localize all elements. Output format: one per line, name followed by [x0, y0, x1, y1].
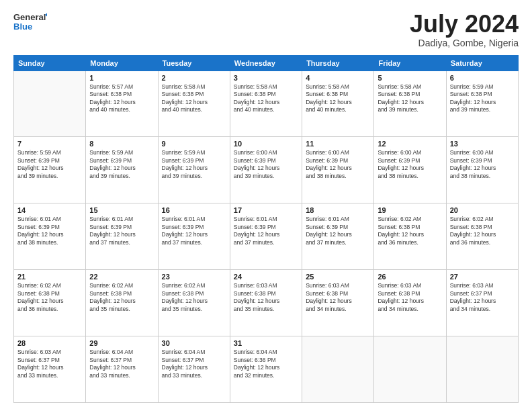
- calendar-cell: 30Sunrise: 6:04 AM Sunset: 6:37 PM Dayli…: [158, 336, 230, 403]
- day-number: 30: [162, 339, 226, 347]
- calendar-cell: 4Sunrise: 5:58 AM Sunset: 6:38 PM Daylig…: [302, 71, 374, 137]
- day-info: Sunrise: 5:58 AM Sunset: 6:38 PM Dayligh…: [162, 83, 226, 114]
- day-info: Sunrise: 6:02 AM Sunset: 6:38 PM Dayligh…: [162, 282, 226, 313]
- page: General Blue July 2024 Dadiya, Gombe, Ni…: [0, 0, 532, 411]
- day-info: Sunrise: 6:04 AM Sunset: 6:37 PM Dayligh…: [162, 349, 226, 379]
- calendar-cell: [302, 336, 374, 403]
- calendar-cell: 15Sunrise: 6:01 AM Sunset: 6:39 PM Dayli…: [86, 203, 158, 270]
- day-number: 27: [450, 273, 515, 281]
- calendar-cell: 26Sunrise: 6:03 AM Sunset: 6:38 PM Dayli…: [374, 270, 446, 336]
- day-info: Sunrise: 6:01 AM Sunset: 6:39 PM Dayligh…: [89, 216, 154, 246]
- day-number: 26: [378, 273, 442, 281]
- day-info: Sunrise: 6:03 AM Sunset: 6:37 PM Dayligh…: [450, 282, 515, 313]
- calendar-cell: 6Sunrise: 5:59 AM Sunset: 6:38 PM Daylig…: [446, 71, 518, 137]
- weekday-header-wednesday: Wednesday: [230, 55, 302, 71]
- day-info: Sunrise: 6:02 AM Sunset: 6:38 PM Dayligh…: [450, 216, 515, 246]
- calendar-cell: 5Sunrise: 5:58 AM Sunset: 6:38 PM Daylig…: [374, 71, 446, 137]
- calendar-cell: 20Sunrise: 6:02 AM Sunset: 6:38 PM Dayli…: [446, 203, 518, 270]
- day-number: 28: [17, 339, 82, 347]
- calendar-cell: 31Sunrise: 6:04 AM Sunset: 6:36 PM Dayli…: [230, 336, 302, 403]
- calendar-cell: 18Sunrise: 6:01 AM Sunset: 6:39 PM Dayli…: [302, 203, 374, 270]
- svg-text:General: General: [13, 12, 46, 22]
- calendar-cell: 29Sunrise: 6:04 AM Sunset: 6:37 PM Dayli…: [86, 336, 158, 403]
- week-row-2: 7Sunrise: 5:59 AM Sunset: 6:39 PM Daylig…: [14, 137, 519, 203]
- month-title: July 2024: [410, 11, 519, 38]
- weekday-header-saturday: Saturday: [446, 55, 518, 71]
- day-number: 2: [162, 74, 226, 82]
- calendar-cell: 21Sunrise: 6:02 AM Sunset: 6:38 PM Dayli…: [14, 270, 86, 336]
- calendar-cell: 16Sunrise: 6:01 AM Sunset: 6:39 PM Dayli…: [158, 203, 230, 270]
- day-info: Sunrise: 6:00 AM Sunset: 6:39 PM Dayligh…: [306, 149, 370, 180]
- day-number: 6: [450, 74, 515, 82]
- day-info: Sunrise: 5:59 AM Sunset: 6:39 PM Dayligh…: [162, 149, 226, 180]
- day-info: Sunrise: 6:01 AM Sunset: 6:39 PM Dayligh…: [17, 216, 82, 246]
- calendar-cell: [14, 71, 86, 137]
- title-block: July 2024 Dadiya, Gombe, Nigeria: [410, 11, 519, 48]
- day-number: 4: [306, 74, 370, 82]
- day-info: Sunrise: 5:58 AM Sunset: 6:38 PM Dayligh…: [306, 83, 370, 114]
- day-number: 8: [89, 140, 154, 148]
- calendar-cell: 12Sunrise: 6:00 AM Sunset: 6:39 PM Dayli…: [374, 137, 446, 203]
- day-info: Sunrise: 6:00 AM Sunset: 6:39 PM Dayligh…: [378, 149, 442, 180]
- calendar-cell: 28Sunrise: 6:03 AM Sunset: 6:37 PM Dayli…: [14, 336, 86, 403]
- day-number: 19: [378, 206, 442, 214]
- day-number: 9: [162, 140, 226, 148]
- calendar-cell: 1Sunrise: 5:57 AM Sunset: 6:38 PM Daylig…: [86, 71, 158, 137]
- calendar-cell: 25Sunrise: 6:03 AM Sunset: 6:38 PM Dayli…: [302, 270, 374, 336]
- calendar-cell: 14Sunrise: 6:01 AM Sunset: 6:39 PM Dayli…: [14, 203, 86, 270]
- calendar-cell: 22Sunrise: 6:02 AM Sunset: 6:38 PM Dayli…: [86, 270, 158, 336]
- day-number: 21: [17, 273, 82, 281]
- day-info: Sunrise: 6:03 AM Sunset: 6:38 PM Dayligh…: [234, 282, 298, 313]
- weekday-header-friday: Friday: [374, 55, 446, 71]
- calendar-cell: 10Sunrise: 6:00 AM Sunset: 6:39 PM Dayli…: [230, 137, 302, 203]
- day-number: 11: [306, 140, 370, 148]
- weekday-header-tuesday: Tuesday: [158, 55, 230, 71]
- day-info: Sunrise: 5:59 AM Sunset: 6:39 PM Dayligh…: [17, 149, 82, 180]
- day-info: Sunrise: 5:57 AM Sunset: 6:38 PM Dayligh…: [89, 83, 154, 114]
- day-number: 25: [306, 273, 370, 281]
- day-number: 29: [89, 339, 154, 347]
- week-row-5: 28Sunrise: 6:03 AM Sunset: 6:37 PM Dayli…: [14, 336, 519, 403]
- day-number: 16: [162, 206, 226, 214]
- day-number: 15: [89, 206, 154, 214]
- calendar-cell: [446, 336, 518, 403]
- week-row-1: 1Sunrise: 5:57 AM Sunset: 6:38 PM Daylig…: [14, 71, 519, 137]
- calendar-cell: 11Sunrise: 6:00 AM Sunset: 6:39 PM Dayli…: [302, 137, 374, 203]
- day-number: 13: [450, 140, 515, 148]
- day-number: 17: [234, 206, 298, 214]
- calendar-table: SundayMondayTuesdayWednesdayThursdayFrid…: [13, 55, 519, 403]
- day-info: Sunrise: 6:02 AM Sunset: 6:38 PM Dayligh…: [378, 216, 442, 246]
- calendar-cell: 3Sunrise: 5:58 AM Sunset: 6:38 PM Daylig…: [230, 71, 302, 137]
- weekday-header-row: SundayMondayTuesdayWednesdayThursdayFrid…: [14, 55, 519, 71]
- week-row-3: 14Sunrise: 6:01 AM Sunset: 6:39 PM Dayli…: [14, 203, 519, 270]
- day-info: Sunrise: 6:03 AM Sunset: 6:37 PM Dayligh…: [17, 349, 82, 379]
- calendar-cell: 7Sunrise: 5:59 AM Sunset: 6:39 PM Daylig…: [14, 137, 86, 203]
- day-number: 18: [306, 206, 370, 214]
- day-number: 3: [234, 74, 298, 82]
- day-info: Sunrise: 5:58 AM Sunset: 6:38 PM Dayligh…: [234, 83, 298, 114]
- calendar-cell: 2Sunrise: 5:58 AM Sunset: 6:38 PM Daylig…: [158, 71, 230, 137]
- day-info: Sunrise: 6:00 AM Sunset: 6:39 PM Dayligh…: [450, 149, 515, 180]
- calendar-cell: 19Sunrise: 6:02 AM Sunset: 6:38 PM Dayli…: [374, 203, 446, 270]
- calendar-cell: 13Sunrise: 6:00 AM Sunset: 6:39 PM Dayli…: [446, 137, 518, 203]
- day-info: Sunrise: 5:59 AM Sunset: 6:39 PM Dayligh…: [89, 149, 154, 180]
- logo: General Blue: [13, 11, 47, 35]
- day-number: 5: [378, 74, 442, 82]
- logo-svg: General Blue: [13, 11, 47, 35]
- calendar-cell: 17Sunrise: 6:01 AM Sunset: 6:39 PM Dayli…: [230, 203, 302, 270]
- day-number: 7: [17, 140, 82, 148]
- day-info: Sunrise: 6:00 AM Sunset: 6:39 PM Dayligh…: [234, 149, 298, 180]
- day-info: Sunrise: 6:04 AM Sunset: 6:36 PM Dayligh…: [234, 349, 298, 379]
- day-info: Sunrise: 6:01 AM Sunset: 6:39 PM Dayligh…: [162, 216, 226, 246]
- day-info: Sunrise: 5:58 AM Sunset: 6:38 PM Dayligh…: [378, 83, 442, 114]
- calendar-cell: 24Sunrise: 6:03 AM Sunset: 6:38 PM Dayli…: [230, 270, 302, 336]
- day-number: 22: [89, 273, 154, 281]
- day-info: Sunrise: 6:03 AM Sunset: 6:38 PM Dayligh…: [378, 282, 442, 313]
- day-info: Sunrise: 6:01 AM Sunset: 6:39 PM Dayligh…: [234, 216, 298, 246]
- weekday-header-sunday: Sunday: [14, 55, 86, 71]
- day-number: 23: [162, 273, 226, 281]
- day-number: 1: [89, 74, 154, 82]
- day-number: 20: [450, 206, 515, 214]
- calendar-cell: 23Sunrise: 6:02 AM Sunset: 6:38 PM Dayli…: [158, 270, 230, 336]
- day-info: Sunrise: 6:02 AM Sunset: 6:38 PM Dayligh…: [89, 282, 154, 313]
